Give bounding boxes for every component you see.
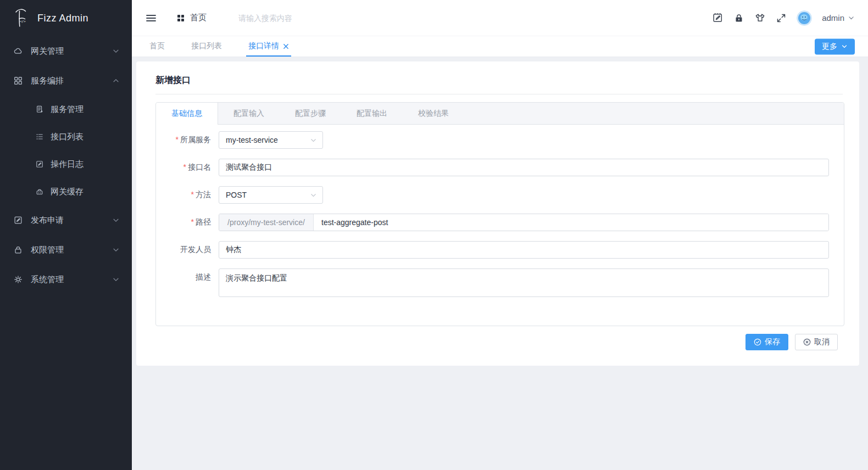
svg-text:</>: </> — [20, 19, 26, 23]
sidebar-item-service-orchestration[interactable]: 服务编排 — [0, 66, 132, 96]
field-label: *所属服务 — [156, 131, 211, 145]
note-edit-icon[interactable] — [712, 12, 724, 24]
page-tab-home[interactable]: 首页 — [147, 36, 167, 57]
home-grid-icon — [177, 14, 185, 22]
lock-icon[interactable] — [733, 13, 744, 24]
list-icon — [35, 132, 44, 141]
cancel-button[interactable]: 取消 — [795, 334, 838, 350]
tab-label: 配置步骤 — [295, 109, 326, 119]
sidebar-item-gateway-manage[interactable]: 网关管理 — [0, 36, 132, 66]
description-textarea[interactable]: 演示聚合接口配置 — [219, 268, 829, 297]
required-mark: * — [176, 135, 179, 144]
sidebar-item-system-manage[interactable]: 系统管理 — [0, 265, 132, 294]
field-label: *方法 — [156, 186, 211, 200]
page-tab-api-list[interactable]: 接口列表 — [189, 36, 224, 57]
chevron-down-icon — [112, 246, 120, 254]
cancel-button-label: 取消 — [814, 337, 830, 347]
menu-collapse-icon[interactable] — [145, 12, 157, 24]
more-button-label: 更多 — [822, 42, 837, 52]
username: admin — [822, 13, 844, 23]
required-mark: * — [183, 163, 186, 171]
tab-basic-info[interactable]: 基础信息 — [156, 103, 218, 125]
field-label: *接口名 — [156, 159, 211, 172]
sidebar-item-label: 网关管理 — [31, 46, 64, 57]
sidebar-item-permission-manage[interactable]: 权限管理 — [0, 235, 132, 265]
method-select-value: POST — [226, 191, 247, 199]
breadcrumb[interactable]: 首页 — [177, 13, 207, 23]
sidebar-item-service-manage[interactable]: 服务管理 — [0, 96, 132, 123]
sidebar-menu: 网关管理 服务编排 — [0, 36, 132, 294]
main-content: 新增接口 基础信息 配置输入 配置步骤 配置输出 校验结果 *所属服务 my-t… — [132, 57, 868, 470]
tab-validation-result[interactable]: 校验结果 — [403, 103, 464, 124]
sidebar-item-label: 权限管理 — [31, 245, 64, 255]
sidebar-item-gateway-cache[interactable]: 网关缓存 — [0, 178, 132, 205]
path-prefix: /proxy/my-test-service/ — [219, 214, 314, 231]
sidebar: </> Fizz Admin 网关管理 服务编排 — [0, 0, 132, 470]
close-icon[interactable] — [283, 43, 289, 49]
basic-info-form: *所属服务 my-test-service *接口名 — [156, 125, 844, 326]
page-tab-label: 首页 — [149, 41, 165, 51]
chevron-down-icon — [112, 276, 120, 283]
path-input[interactable] — [314, 214, 828, 231]
form-tabs-card: 基础信息 配置输入 配置步骤 配置输出 校验结果 *所属服务 my-test-s… — [155, 102, 844, 326]
sidebar-item-label: 服务管理 — [51, 104, 84, 115]
card-header: 新增接口 — [155, 61, 843, 94]
service-doc-icon — [35, 105, 44, 114]
save-button[interactable]: 保存 — [745, 334, 788, 350]
breadcrumb-label: 首页 — [190, 13, 207, 23]
api-name-input[interactable] — [219, 159, 829, 176]
fullscreen-icon[interactable] — [776, 13, 787, 24]
form-row-description: 描述 演示聚合接口配置 — [156, 268, 844, 299]
api-form-card: 新增接口 基础信息 配置输入 配置步骤 配置输出 校验结果 *所属服务 my-t… — [136, 61, 859, 366]
sidebar-item-label: 系统管理 — [31, 275, 64, 285]
form-row-developer: 开发人员 — [156, 241, 844, 259]
chevron-up-icon — [112, 77, 120, 85]
theme-shirt-icon[interactable] — [754, 12, 766, 24]
chevron-down-icon — [310, 137, 317, 144]
cache-icon — [35, 187, 44, 196]
service-select-value: my-test-service — [226, 136, 278, 144]
avatar[interactable] — [797, 10, 812, 26]
page-tab-api-detail[interactable]: 接口详情 — [246, 36, 291, 57]
form-actions: 保存 取消 — [136, 334, 838, 350]
tab-label: 配置输出 — [357, 109, 387, 119]
tab-config-steps[interactable]: 配置步骤 — [280, 103, 341, 124]
developer-input[interactable] — [219, 241, 829, 259]
sidebar-item-operation-log[interactable]: 操作日志 — [0, 150, 132, 178]
sidebar-item-api-list[interactable]: 接口列表 — [0, 123, 132, 150]
user-menu[interactable]: admin — [822, 13, 855, 23]
chevron-down-icon — [848, 14, 855, 21]
chevron-down-icon — [112, 216, 120, 224]
required-mark: * — [191, 190, 194, 199]
method-select[interactable]: POST — [219, 186, 323, 204]
gear-icon — [13, 275, 23, 284]
tab-label: 配置输入 — [233, 109, 264, 119]
submenu-service-orchestration: 服务管理 接口列表 操作日志 — [0, 96, 132, 205]
more-button[interactable]: 更多 — [815, 38, 855, 54]
service-select[interactable]: my-test-service — [219, 131, 323, 149]
x-circle-icon — [803, 338, 811, 346]
field-label: *路径 — [156, 214, 211, 227]
page-tab-label: 接口列表 — [191, 41, 222, 51]
check-circle-icon — [754, 338, 761, 346]
chevron-down-icon — [841, 43, 848, 50]
edit-square-icon — [13, 215, 23, 225]
sidebar-item-label: 服务编排 — [31, 76, 64, 86]
search-input[interactable] — [238, 14, 359, 23]
path-field-group: /proxy/my-test-service/ — [219, 214, 829, 231]
form-row-path: *路径 /proxy/my-test-service/ — [156, 214, 844, 231]
chevron-down-icon — [112, 47, 120, 55]
form-tabs: 基础信息 配置输入 配置步骤 配置输出 校验结果 — [156, 103, 844, 125]
form-row-method: *方法 POST — [156, 186, 844, 204]
field-label: 描述 — [156, 268, 211, 282]
required-mark: * — [191, 217, 194, 226]
form-row-api-name: *接口名 — [156, 159, 844, 176]
grid-icon — [13, 76, 23, 86]
save-button-label: 保存 — [765, 337, 780, 347]
tab-config-input[interactable]: 配置输入 — [218, 103, 280, 124]
logo[interactable]: </> Fizz Admin — [0, 0, 132, 36]
sidebar-item-label: 操作日志 — [51, 159, 84, 170]
tab-config-output[interactable]: 配置输出 — [341, 103, 403, 124]
sidebar-item-publish-request[interactable]: 发布申请 — [0, 205, 132, 235]
sidebar-item-label: 发布申请 — [31, 215, 64, 226]
